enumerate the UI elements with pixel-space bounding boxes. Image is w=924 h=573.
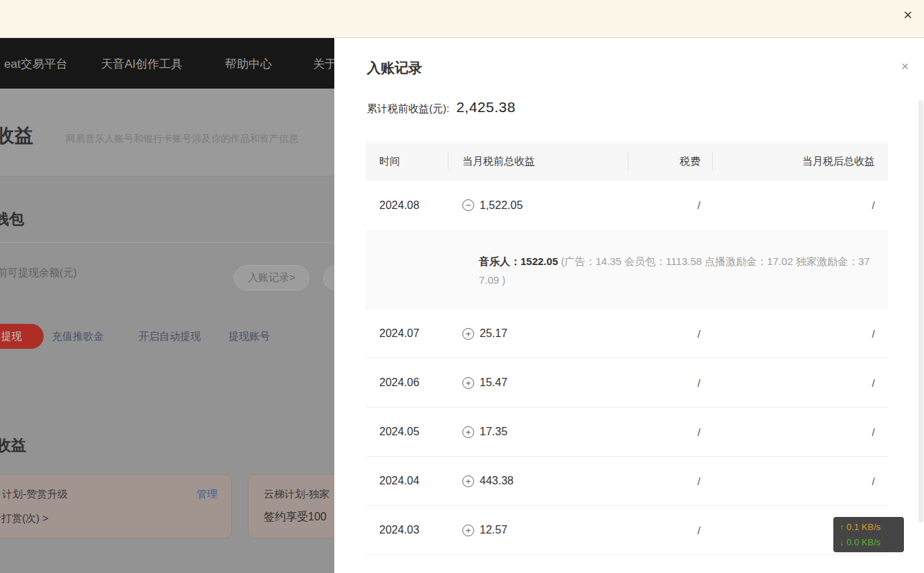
row-aftertax-value: /: [872, 475, 875, 487]
income-table-body: 2024.08−1,522.05//音乐人：1522.05 (广告：14.35 …: [365, 181, 888, 555]
withdraw-button[interactable]: 提现: [0, 324, 44, 349]
row-pretax-value: 17.35: [480, 426, 507, 438]
network-speed-indicator: ↑ 0.1 KB/s ↓ 0.0 KB/s: [833, 517, 904, 552]
cell-tax: /: [628, 377, 713, 389]
row-tax-value: /: [698, 199, 700, 211]
link-withdraw-account[interactable]: 提现账号: [228, 330, 270, 343]
wallet-section-title: 钱包: [0, 209, 24, 230]
row-aftertax-value: /: [872, 199, 875, 211]
row-aftertax-value: /: [872, 426, 875, 438]
table-row[interactable]: 2024.07+25.17//: [365, 309, 888, 358]
modal-title: 入账记录: [367, 59, 422, 78]
background-page: 收益 网易音乐人账号和银行卡账号涉及你的作品和资产信息 钱包 前可提现余额(元)…: [0, 89, 334, 573]
cumulative-income-value: 2,425.38: [456, 99, 516, 116]
card-title: 云梯计划-独家: [264, 488, 329, 501]
cell-pretax: +25.17: [449, 327, 628, 340]
row-tax-value: /: [698, 525, 700, 536]
cell-pretax: +17.35: [449, 426, 628, 438]
top-nav: eat交易平台 天音AI创作工具 帮助中心 关于: [0, 38, 334, 89]
cell-time: 2024.04: [365, 475, 449, 487]
minus-circle-icon[interactable]: −: [462, 199, 474, 211]
row-time: 2024.07: [379, 327, 419, 340]
income-table: 时间 当月税前总收益 税费 当月税后总收益 2024.08−1,522.05//…: [365, 142, 888, 555]
cell-pretax: +443.38: [449, 475, 628, 487]
income-table-header: 时间 当月税前总收益 税费 当月税后总收益: [365, 142, 888, 181]
table-row[interactable]: 2024.08−1,522.05//: [365, 181, 888, 230]
reward-count-link[interactable]: 计打赏(次) >: [0, 512, 48, 525]
header-pretax: 当月税前总收益: [449, 155, 628, 168]
cumulative-income-label: 累计税前收益(元):: [367, 102, 449, 116]
row-tax-value: /: [698, 475, 700, 487]
card-title: 计划-赞赏升级: [2, 488, 68, 501]
nav-item-help-center[interactable]: 帮助中心: [225, 55, 272, 71]
cell-time: 2024.07: [365, 327, 449, 340]
wallet-card-edge: [0, 242, 334, 243]
header-time: 时间: [365, 155, 449, 168]
row-tax-value: /: [698, 426, 700, 438]
page-header: 收益 网易音乐人账号和银行卡账号涉及你的作品和资产信息: [0, 89, 334, 176]
row-time: 2024.04: [379, 475, 419, 487]
scrollbar-thumb[interactable]: [918, 100, 923, 522]
modal-close-icon[interactable]: ×: [901, 60, 909, 73]
cell-tax: /: [628, 199, 713, 211]
row-time: 2024.06: [379, 376, 419, 389]
table-row[interactable]: 2024.03+12.57//: [365, 506, 888, 555]
manage-link[interactable]: 管理: [197, 488, 217, 501]
row-detail-breakdown: 音乐人：1522.05 (广告：14.35 会员包：1113.58 点播激励金：…: [365, 230, 888, 309]
cell-pretax: +12.57: [449, 524, 628, 536]
plus-circle-icon[interactable]: +: [462, 377, 474, 389]
income-records-modal: 入账记录 × 累计税前收益(元): 2,425.38 时间 当月税前总收益 税费…: [334, 38, 924, 573]
row-pretax-value: 15.47: [480, 376, 507, 389]
income-card-reward: 计划-赞赏升级 管理 计打赏(次) >: [0, 474, 232, 538]
cell-tax: /: [628, 426, 713, 438]
table-row[interactable]: 2024.06+15.47//: [365, 358, 888, 408]
table-row[interactable]: 2024.05+17.35//: [365, 408, 888, 457]
page-subtitle: 网易音乐人账号和银行卡账号涉及你的作品和资产信息: [66, 133, 298, 145]
row-pretax-value: 12.57: [480, 524, 507, 536]
partial-pill-button[interactable]: [323, 265, 334, 291]
row-aftertax-value: /: [872, 328, 875, 340]
row-tax-value: /: [698, 328, 700, 340]
income-section-title: 收益: [0, 435, 26, 456]
cell-pretax: +15.47: [449, 376, 628, 389]
cumulative-income: 累计税前收益(元): 2,425.38: [367, 99, 516, 116]
cell-time: 2024.03: [365, 524, 449, 536]
ladder-plan-text: 签约享受100: [264, 510, 327, 525]
cell-aftertax: /: [713, 377, 888, 389]
cell-time: 2024.06: [365, 376, 449, 389]
plus-circle-icon[interactable]: +: [462, 525, 474, 536]
cell-aftertax: /: [713, 426, 888, 438]
balance-label: 前可提现余额(元): [0, 266, 77, 280]
header-tax: 税费: [628, 155, 713, 168]
detail-text: 音乐人：1522.05 (广告：14.35 会员包：1113.58 点播激励金：…: [479, 253, 872, 289]
close-icon[interactable]: ×: [903, 8, 912, 23]
link-auto-withdraw[interactable]: 开启自动提现: [138, 330, 201, 343]
download-speed: ↓ 0.0 KB/s: [840, 535, 904, 550]
nav-item-ai-tools[interactable]: 天音AI创作工具: [101, 55, 183, 71]
header-aftertax: 当月税后总收益: [713, 155, 888, 168]
cell-time: 2024.08: [365, 199, 449, 212]
row-aftertax-value: /: [872, 377, 875, 389]
cell-tax: /: [628, 525, 713, 536]
cell-aftertax: /: [713, 199, 888, 211]
notification-bar: ×: [0, 0, 924, 38]
cell-time: 2024.05: [365, 426, 449, 438]
nav-item-about[interactable]: 关于: [313, 55, 334, 71]
screen: eat交易平台 天音AI创作工具 帮助中心 关于 收益 网易音乐人账号和银行卡账…: [0, 0, 924, 573]
plus-circle-icon[interactable]: +: [462, 475, 474, 487]
row-pretax-value: 443.38: [480, 475, 514, 487]
row-pretax-value: 25.17: [480, 327, 507, 340]
cell-tax: /: [628, 328, 713, 340]
table-row[interactable]: 2024.04+443.38//: [365, 457, 888, 506]
page-title: 收益: [0, 123, 33, 148]
income-card-ladder: 云梯计划-独家 签约享受100: [248, 474, 334, 538]
income-records-button[interactable]: 入账记录>: [234, 265, 309, 291]
plus-circle-icon[interactable]: +: [462, 426, 474, 438]
link-recharge-promo[interactable]: 充值推歌金: [52, 330, 104, 343]
row-pretax-value: 1,522.05: [480, 199, 523, 212]
row-tax-value: /: [698, 377, 700, 389]
cell-aftertax: /: [713, 475, 888, 487]
row-time: 2024.08: [379, 199, 419, 212]
nav-item-beat-market[interactable]: eat交易平台: [4, 55, 68, 71]
plus-circle-icon[interactable]: +: [462, 328, 474, 340]
